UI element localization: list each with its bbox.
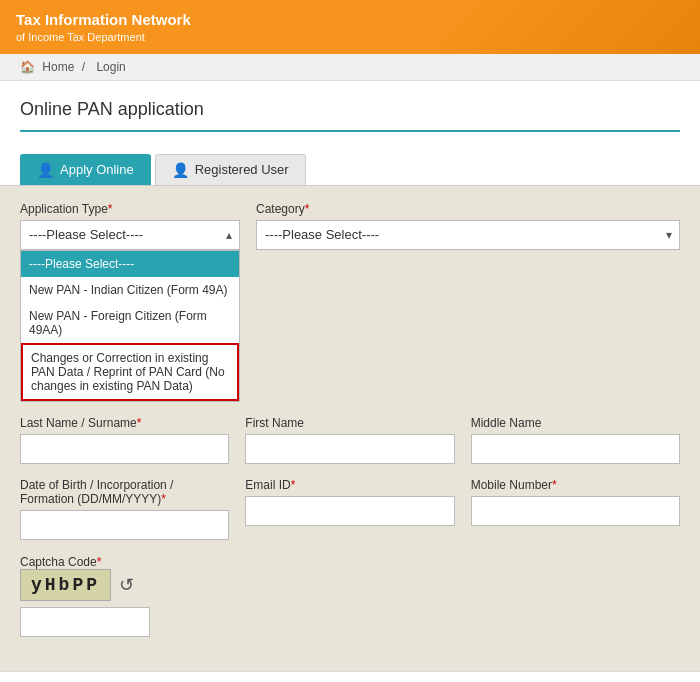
- breadcrumb-separator: /: [82, 60, 85, 74]
- application-type-label: Application Type*: [20, 202, 240, 216]
- header-logo: Tax Information Network of Income Tax De…: [16, 10, 191, 44]
- application-type-selected-value: ----Please Select----: [29, 227, 143, 242]
- dob-label: Date of Birth / Incorporation / Formatio…: [20, 478, 229, 506]
- tab-apply-online-label: Apply Online: [60, 162, 134, 177]
- dob-group: Date of Birth / Incorporation / Formatio…: [20, 478, 229, 540]
- tab-registered-user[interactable]: 👤 Registered User: [155, 154, 306, 185]
- middle-name-input[interactable]: [471, 434, 680, 464]
- first-name-input[interactable]: [245, 434, 454, 464]
- name-row: Last Name / Surname* First Name Middle N…: [20, 416, 680, 464]
- user-icon: 👤: [172, 162, 189, 178]
- first-name-label: First Name: [245, 416, 454, 430]
- category-select-wrapper[interactable]: ----Please Select----: [256, 220, 680, 250]
- form-area: Application Type* ----Please Select---- …: [0, 186, 700, 671]
- email-group: Email ID*: [245, 478, 454, 540]
- dob-input[interactable]: [20, 510, 229, 540]
- application-type-select-wrapper[interactable]: ----Please Select----: [20, 220, 240, 250]
- captcha-display-row: yHbPP ↺: [20, 569, 680, 601]
- captcha-label: Captcha Code*: [20, 555, 101, 569]
- tabs-bar: 👤 Apply Online 👤 Registered User: [0, 142, 700, 186]
- last-name-group: Last Name / Surname*: [20, 416, 229, 464]
- dropdown-item-changes-correction[interactable]: Changes or Correction in existing PAN Da…: [21, 343, 239, 401]
- captcha-input[interactable]: [20, 607, 150, 637]
- dob-email-mobile-row: Date of Birth / Incorporation / Formatio…: [20, 478, 680, 540]
- header: Tax Information Network of Income Tax De…: [0, 0, 700, 54]
- captcha-image: yHbPP: [20, 569, 111, 601]
- application-type-select[interactable]: ----Please Select----: [20, 220, 240, 250]
- user-add-icon: 👤: [37, 162, 54, 178]
- app-type-category-row: Application Type* ----Please Select---- …: [20, 202, 680, 402]
- footer-buttons: Reset Submit: [0, 671, 700, 682]
- dropdown-item-please-select[interactable]: ----Please Select----: [21, 251, 239, 277]
- mobile-group: Mobile Number*: [471, 478, 680, 540]
- page-title: Online PAN application: [20, 99, 680, 132]
- last-name-label: Last Name / Surname*: [20, 416, 229, 430]
- tab-registered-user-label: Registered User: [195, 162, 289, 177]
- breadcrumb: 🏠 Home / Login: [0, 54, 700, 81]
- application-type-dropdown: ----Please Select---- New PAN - Indian C…: [20, 250, 240, 402]
- middle-name-group: Middle Name: [471, 416, 680, 464]
- captcha-area: Captcha Code* yHbPP ↺: [20, 554, 680, 637]
- middle-name-label: Middle Name: [471, 416, 680, 430]
- page-title-area: Online PAN application: [0, 81, 700, 142]
- header-title-main: Tax Information Network: [16, 10, 191, 30]
- application-type-group: Application Type* ----Please Select---- …: [20, 202, 240, 402]
- last-name-input[interactable]: [20, 434, 229, 464]
- mobile-label: Mobile Number*: [471, 478, 680, 492]
- refresh-icon[interactable]: ↺: [119, 574, 134, 596]
- category-select[interactable]: ----Please Select----: [256, 220, 680, 250]
- home-icon: 🏠: [20, 60, 35, 74]
- category-label: Category*: [256, 202, 680, 216]
- breadcrumb-home[interactable]: Home: [42, 60, 74, 74]
- first-name-group: First Name: [245, 416, 454, 464]
- tab-apply-online[interactable]: 👤 Apply Online: [20, 154, 151, 185]
- email-label: Email ID*: [245, 478, 454, 492]
- dropdown-item-new-pan-indian[interactable]: New PAN - Indian Citizen (Form 49A): [21, 277, 239, 303]
- dropdown-item-new-pan-foreign[interactable]: New PAN - Foreign Citizen (Form 49AA): [21, 303, 239, 343]
- mobile-input[interactable]: [471, 496, 680, 526]
- header-title-sub: of Income Tax Department: [16, 30, 191, 44]
- category-group: Category* ----Please Select----: [256, 202, 680, 402]
- email-input[interactable]: [245, 496, 454, 526]
- breadcrumb-current: Login: [96, 60, 125, 74]
